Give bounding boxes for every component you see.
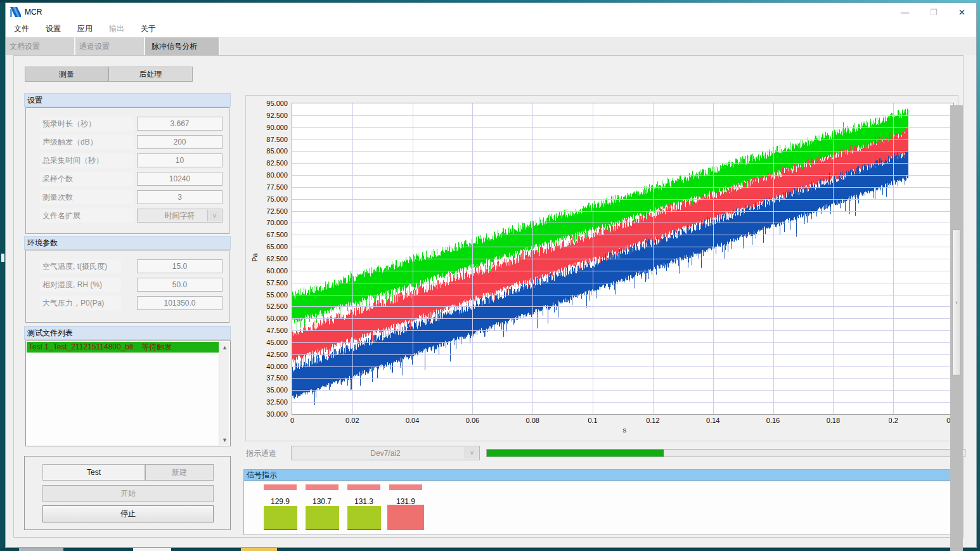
x-tick-label: 0.14 (706, 417, 719, 424)
menu-about[interactable]: 关于 (132, 23, 164, 34)
tab-page: 测量 后处理 设置 预录时长（秒）3.667声级触发（dB）200总采集时间（秒… (13, 55, 964, 538)
h-gridline (292, 402, 953, 403)
h-gridline (292, 330, 953, 331)
field-label: 声级触发（dB） (40, 135, 134, 149)
x-tick-label: 0.06 (466, 417, 479, 424)
v-gridline (593, 103, 593, 414)
window-title: MCR (25, 8, 42, 16)
field-input[interactable]: 3 (137, 190, 222, 204)
y-tick-label: 62.500 (266, 255, 288, 263)
h-gridline (292, 306, 953, 307)
field-input[interactable]: 3.667 (137, 117, 222, 131)
chevron-down-icon: ˅ (465, 447, 479, 458)
splitter-handle[interactable]: ‹ (952, 230, 961, 375)
h-gridline (292, 187, 953, 188)
x-tick-label: 0.18 (827, 417, 840, 424)
y-tick-label: 80.000 (266, 171, 288, 179)
y-tick-label: 82.500 (266, 159, 288, 167)
app-window: MCR — ❐ ✕ 文件 设置 应用 输出 关于 文档设置 通道设置 脉冲信号分… (5, 3, 977, 548)
signal-indicator: 129.9 (262, 481, 299, 536)
field-dropdown[interactable]: 时间字符˅ (137, 209, 222, 223)
signal-status-block (306, 506, 339, 530)
h-gridline (292, 283, 953, 283)
field-input[interactable]: 101350.0 (137, 296, 222, 310)
v-gridline (532, 103, 533, 414)
h-gridline (292, 163, 953, 164)
file-list-scrollbar[interactable]: ▲ ▼ (219, 342, 229, 445)
h-gridline (292, 271, 953, 271)
x-tick-label: 0.2 (889, 417, 898, 424)
minimize-button[interactable]: — (891, 3, 919, 21)
y-tick-label: 87.500 (266, 136, 288, 143)
v-gridline (833, 103, 834, 414)
field-input[interactable]: 10 (137, 153, 222, 167)
indicator-channel-value: Dev7/ai2 (370, 449, 400, 458)
field-label: 预录时长（秒） (40, 117, 134, 131)
menu-file[interactable]: 文件 (6, 23, 37, 34)
y-tick-label: 70.000 (266, 219, 288, 226)
test-name-input[interactable]: Test (42, 464, 145, 481)
plot-area: Pa s 95.00092.50090.00087.50085.00082.50… (292, 103, 954, 415)
field-row: 总采集时间（秒）10 (26, 153, 229, 167)
maximize-button[interactable]: ❐ (919, 3, 948, 21)
tab-document-settings[interactable]: 文档设置 (6, 37, 75, 55)
h-gridline (292, 318, 953, 319)
v-gridline (472, 103, 473, 414)
field-label: 大气压力，P0(Pa) (40, 296, 121, 310)
h-gridline (292, 354, 953, 355)
field-input[interactable]: 10240 (137, 172, 222, 186)
h-gridline (292, 199, 953, 200)
y-tick-label: 40.000 (266, 363, 288, 370)
measure-button[interactable]: 测量 (25, 67, 108, 82)
y-tick-label: 32.500 (266, 398, 288, 406)
taskbar-fragment (241, 548, 277, 551)
menu-apply[interactable]: 应用 (69, 23, 101, 34)
signal-level-bar (389, 484, 422, 490)
y-tick-label: 45.000 (266, 339, 288, 346)
tab-pulse-signal-analysis[interactable]: 脉冲信号分析 (145, 37, 220, 55)
menu-settings[interactable]: 设置 (37, 23, 69, 34)
settings-group: 预录时长（秒）3.667声级触发（dB）200总采集时间（秒）10采样个数102… (25, 107, 229, 234)
indicator-channel-dropdown[interactable]: Dev7/ai2 ˅ (291, 446, 480, 460)
h-gridline (292, 151, 953, 152)
signal-level-bar (264, 484, 297, 490)
field-input[interactable]: 15.0 (137, 259, 222, 273)
desktop-fragment (1, 254, 4, 262)
signal-value: 131.3 (345, 497, 382, 506)
tab-channel-settings[interactable]: 通道设置 (75, 37, 145, 55)
signal-status-block (387, 505, 424, 530)
h-gridline (292, 127, 953, 128)
test-file-list[interactable]: ▲ ▼ Test 1_Test_211215114800_blt 等待触发 (25, 340, 231, 446)
y-tick-label: 75.000 (266, 195, 288, 203)
h-gridline (292, 390, 953, 391)
v-gridline (413, 103, 413, 414)
y-tick-label: 57.500 (266, 279, 288, 287)
scroll-down-icon[interactable]: ▼ (219, 434, 230, 445)
y-tick-label: 60.000 (266, 267, 288, 275)
y-tick-label: 50.000 (266, 314, 288, 322)
chevron-down-icon: ˅ (207, 210, 221, 221)
postprocess-button[interactable]: 后处理 (108, 67, 193, 82)
signal-status-block (347, 506, 381, 530)
h-gridline (292, 211, 953, 212)
signal-level-bar (306, 484, 338, 490)
field-input[interactable]: 200 (137, 135, 222, 149)
x-tick-label: 0.08 (526, 417, 539, 424)
field-label: 测量次数 (40, 190, 134, 204)
title-bar[interactable]: MCR — ❐ ✕ (6, 3, 976, 21)
h-gridline (292, 115, 953, 116)
field-label: 文件名扩展 (40, 209, 134, 223)
signal-chart: Pa s 95.00092.50090.00087.50085.00082.50… (245, 95, 958, 441)
close-button[interactable]: ✕ (948, 3, 976, 21)
y-tick-label: 90.000 (266, 124, 288, 131)
tab-bar: 文档设置 通道设置 脉冲信号分析 (6, 37, 976, 55)
x-tick-label: 0 (290, 417, 294, 424)
scroll-up-icon[interactable]: ▲ (219, 342, 230, 353)
field-row: 空气温度, t(摄氏度)15.0 (26, 259, 229, 273)
stop-button[interactable]: 停止 (42, 505, 214, 522)
file-list-item[interactable]: Test 1_Test_211215114800_blt 等待触发 (27, 342, 219, 353)
field-input[interactable]: 50.0 (137, 278, 222, 292)
app-logo-icon (10, 7, 21, 17)
y-tick-label: 67.500 (266, 231, 288, 238)
x-tick-label: 0.1 (588, 417, 597, 424)
